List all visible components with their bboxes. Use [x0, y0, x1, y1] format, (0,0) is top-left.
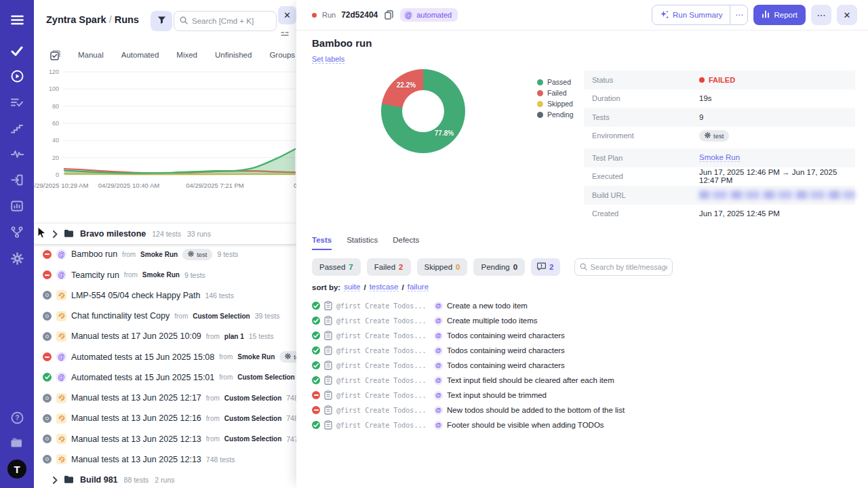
run-tests-count: 748 tests — [206, 455, 235, 464]
test-row[interactable]: @first Create Todos...@Text input should… — [312, 388, 854, 403]
run-list-item[interactable]: Manual tests at 17 Jun 2025 10:09frompla… — [34, 326, 296, 346]
test-row[interactable]: @first Create Todos...@Todos containing … — [312, 358, 854, 373]
run-list-item[interactable]: @Automated tests at 15 Jun 2025 15:01fro… — [34, 367, 296, 388]
tab-mixed[interactable]: Mixed — [176, 51, 197, 59]
more-actions-button[interactable]: ⋯ — [811, 5, 831, 25]
automated-badge-label: automated — [416, 11, 452, 19]
breadcrumb[interactable]: Zyntra Spark/Runs — [46, 14, 139, 25]
test-plans-icon[interactable] — [0, 92, 34, 113]
automated-icon: @ — [56, 270, 66, 280]
close-detail-button[interactable]: ✕ — [837, 5, 857, 25]
test-row[interactable]: @first Create Todos...@New todos should … — [312, 403, 854, 418]
filter-comments-button[interactable]: 2 — [531, 258, 559, 276]
run-status-dot — [312, 13, 317, 18]
filter-button[interactable] — [151, 11, 172, 31]
sort-by-failure[interactable]: failure — [408, 283, 429, 291]
info-label: Duration — [592, 94, 699, 102]
run-list-item[interactable]: Chat functinality test CopyfromCustom Se… — [34, 306, 296, 326]
import-icon[interactable] — [0, 169, 34, 190]
test-plan-link[interactable]: Smoke Run — [699, 153, 740, 162]
test-row[interactable]: @first Create Todos...@Text input field … — [312, 373, 854, 388]
test-title: Todos containing weird characters — [447, 361, 565, 369]
filter-count: 0 — [456, 263, 460, 271]
folder-tests-count: 88 tests — [124, 476, 149, 484]
run-list-item[interactable]: @Bamboo runfromSmoke Runtest9 tests — [34, 244, 296, 264]
help-icon[interactable]: ? — [0, 407, 34, 428]
collapse-panel-icon[interactable] — [281, 27, 289, 39]
run-list-item[interactable]: @Automated tests at 15 Jun 2025 15:08fro… — [34, 347, 296, 367]
automated-icon: @ — [56, 372, 66, 382]
branch-icon[interactable] — [0, 222, 34, 242]
run-summary-label: Run Summary — [673, 11, 723, 19]
tab-tests[interactable]: Tests — [312, 236, 332, 250]
test-search[interactable] — [574, 258, 673, 276]
status-text: FAILED — [709, 76, 735, 84]
legend-dot — [537, 101, 543, 107]
test-row[interactable]: @first Create Todos...@Create multiple t… — [312, 313, 854, 328]
run-info-table: StatusFAILEDDuration19sTests9Environment… — [584, 70, 855, 223]
chevron-right-icon[interactable] — [53, 230, 58, 238]
test-row[interactable]: @first Create Todos...@Todos containing … — [312, 328, 854, 343]
sort-by-testcase[interactable]: testcase — [370, 283, 399, 291]
select-all-icon[interactable] — [50, 50, 60, 60]
run-folder-row[interactable]: Build 98188 tests2 runs — [34, 470, 296, 488]
run-folder-row[interactable]: Bravo milestone124 tests33 runs — [34, 224, 296, 244]
test-row[interactable]: @first Create Todos...@Create a new todo… — [312, 298, 854, 313]
chevron-right-icon[interactable] — [53, 476, 58, 484]
run-plan-name: Smoke Run — [237, 353, 275, 361]
report-button[interactable]: Report — [753, 5, 806, 25]
breadcrumb-page: Runs — [115, 14, 139, 25]
test-search-input[interactable] — [591, 263, 667, 271]
status-failed-icon — [312, 391, 320, 399]
filter-pending-button[interactable]: Pending0 — [473, 258, 525, 276]
filter-passed-button[interactable]: Passed7 — [312, 258, 361, 276]
breadcrumb-project[interactable]: Zyntra Spark — [46, 14, 106, 25]
tab-automated[interactable]: Automated — [121, 51, 159, 59]
info-row-build-url: Build URL — [584, 186, 855, 205]
svg-text:20: 20 — [52, 155, 59, 161]
runs-search[interactable] — [174, 11, 277, 31]
test-row[interactable]: @first Create Todos...@Todos containing … — [312, 343, 854, 358]
status-failed-icon — [43, 250, 52, 259]
run-summary-button[interactable]: Run Summary — [652, 5, 730, 24]
test-row[interactable]: @first Create Todos...@Footer should be … — [312, 418, 854, 432]
copy-run-id-button[interactable] — [383, 9, 395, 21]
status-passed-icon — [312, 376, 320, 384]
app-logo[interactable]: T — [7, 460, 26, 479]
gear-icon — [705, 132, 711, 140]
tab-unfinished[interactable]: Unfinished — [215, 51, 252, 59]
run-list-item[interactable]: Manual tests at 13 Jun 2025 12:16fromCus… — [34, 408, 296, 428]
menu-icon[interactable] — [0, 9, 34, 30]
filter-skipped-button[interactable]: Skipped0 — [417, 258, 468, 276]
run-tests-count: 146 tests — [205, 291, 234, 300]
run-name: Automated tests at 15 Jun 2025 15:01 — [71, 373, 214, 382]
run-list-item[interactable]: Manual tests at 13 Jun 2025 12:17fromCus… — [34, 388, 296, 408]
tab-statistics[interactable]: Statistics — [347, 236, 378, 250]
tests-check-icon[interactable] — [0, 41, 34, 61]
runs-search-input[interactable] — [192, 17, 271, 25]
run-list-item[interactable]: Manual tests at 13 Jun 2025 12:13748 tes… — [34, 449, 296, 470]
runs-play-icon[interactable] — [0, 66, 34, 86]
automated-icon: @ — [434, 376, 443, 385]
run-from-label: from — [122, 251, 136, 258]
comment-bubble-icon — [537, 262, 546, 272]
run-tests-count: 748 tests — [286, 394, 296, 402]
set-labels-link[interactable]: Set labels — [312, 55, 344, 64]
projects-folder-icon[interactable] — [0, 432, 34, 453]
panel-close-button[interactable]: ✕ — [278, 6, 296, 24]
settings-gear-icon[interactable] — [0, 248, 34, 268]
tab-defects[interactable]: Defects — [393, 236, 419, 250]
sort-by-suite[interactable]: suite — [344, 283, 360, 291]
run-list-item[interactable]: @Teamcity runfromSmoke Run9 tests — [34, 265, 296, 285]
run-summary-more-button[interactable]: ⋯ — [730, 5, 747, 24]
run-list-item[interactable]: LMP-554 05/04 check Happy Path146 tests — [34, 285, 296, 306]
tab-groups[interactable]: Groups — [269, 51, 295, 59]
automated-badge[interactable]: @ automated — [400, 8, 458, 22]
run-plan-name: plan 1 — [224, 333, 244, 340]
run-list-item[interactable]: Manual tests at 13 Jun 2025 12:13fromCus… — [34, 429, 296, 449]
tab-manual[interactable]: Manual — [78, 51, 104, 59]
reports-chart-icon[interactable] — [0, 196, 34, 216]
analytics-pulse-icon[interactable] — [0, 144, 34, 164]
steps-icon[interactable] — [0, 118, 34, 138]
filter-failed-button[interactable]: Failed2 — [367, 258, 411, 276]
